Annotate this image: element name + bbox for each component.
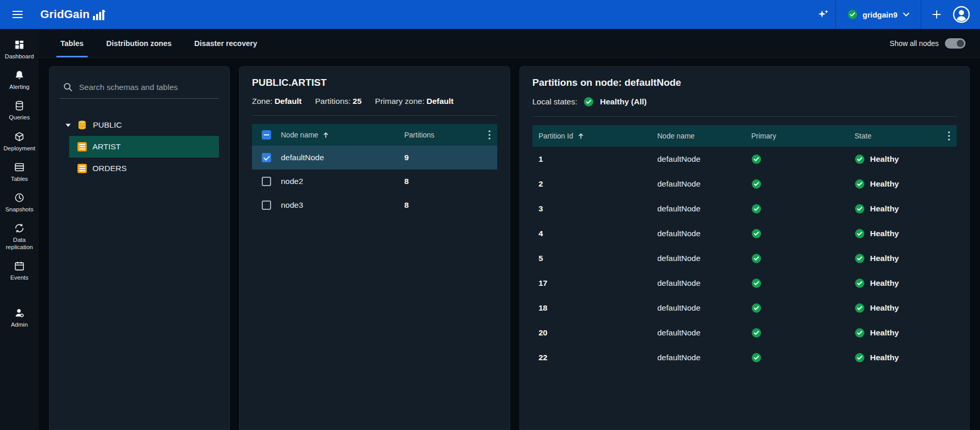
tab-label: Distribution zones [106, 39, 171, 48]
sidebar-item-queries[interactable]: Queries [0, 95, 39, 126]
schema-tree: PUBLIC ARTIST [60, 114, 219, 179]
node-name-cell: node3 [281, 201, 404, 210]
state-label: Healthy [870, 179, 899, 189]
search-input[interactable] [79, 83, 216, 92]
meta-primary-zone: Primary zone:Default [375, 97, 453, 106]
table-name: ARTIST [92, 142, 121, 151]
database-icon [14, 100, 25, 111]
state-label: Healthy [870, 279, 899, 288]
ai-assistant-button[interactable] [814, 5, 832, 24]
tab-disaster-recovery[interactable]: Disaster recovery [183, 29, 268, 57]
column-header-partition-id[interactable]: Partition Id [539, 132, 657, 140]
state-healthy-icon [855, 179, 865, 189]
kebab-menu-icon [488, 130, 491, 140]
partition-row[interactable]: 20 defaultNode [532, 320, 957, 345]
local-states-label: Local states: [532, 97, 577, 106]
tab-distribution-zones[interactable]: Distribution zones [95, 29, 183, 57]
gridgain-logo: GridGain [40, 9, 106, 20]
select-all-checkbox[interactable] [262, 130, 271, 140]
partition-id-cell: 5 [539, 254, 657, 263]
column-header-partitions[interactable]: Partitions [404, 131, 482, 139]
node-row[interactable]: defaultNode 9 [252, 146, 497, 170]
partition-id-cell: 1 [539, 155, 657, 164]
show-all-nodes-label: Show all nodes [890, 39, 939, 48]
column-header-state[interactable]: State [855, 132, 941, 140]
sidebar-item-label: Data replication [1, 237, 38, 250]
panel-title: PUBLIC.ARTIST [252, 77, 497, 88]
nodes-table-menu-button[interactable] [488, 130, 491, 140]
partition-row[interactable]: 4 defaultNode [532, 221, 957, 246]
primary-check-icon [751, 228, 762, 239]
partition-row[interactable]: 22 defaultNode [532, 345, 957, 370]
partition-id-cell: 2 [539, 179, 657, 189]
column-header-node-name[interactable]: Node name [657, 132, 751, 140]
node-row[interactable]: node3 8 [252, 193, 497, 217]
table-name: ORDERS [92, 164, 127, 173]
sidebar-item-alerting[interactable]: Alerting [0, 65, 39, 95]
sidebar-item-data-replication[interactable]: Data replication [0, 218, 39, 255]
primary-check-icon [751, 328, 762, 338]
partitions-cell: 9 [404, 153, 482, 162]
partition-id-cell: 4 [539, 229, 657, 238]
column-header-primary[interactable]: Primary [751, 132, 855, 140]
node-row[interactable]: node2 8 [252, 170, 497, 193]
node-name-cell: defaultNode [657, 204, 751, 213]
account-button[interactable] [949, 2, 974, 27]
sidebar-item-admin[interactable]: Admin [0, 302, 39, 333]
tab-label: Tables [60, 39, 84, 48]
sidebar-item-dashboard[interactable]: Dashboard [0, 34, 39, 65]
add-cluster-button[interactable] [924, 6, 949, 23]
row-checkbox[interactable] [262, 177, 271, 186]
hamburger-icon [12, 11, 23, 18]
sidebar-item-label: Deployment [4, 145, 35, 152]
schema-browser-panel: PUBLIC ARTIST [49, 66, 230, 430]
avatar-icon [952, 5, 971, 24]
sidebar-item-label: Admin [11, 321, 28, 328]
sidebar-item-events[interactable]: Events [0, 255, 39, 286]
search-box[interactable] [60, 79, 219, 99]
cluster-selector[interactable]: gridgain9 [839, 0, 918, 29]
topbar: GridGain gridgain9 [0, 0, 980, 29]
primary-cell [751, 303, 855, 313]
table-detail-panel: PUBLIC.ARTIST Zone:Default Partitions:25… [239, 66, 510, 430]
caret-down-icon [65, 123, 71, 128]
tree-item-table-artist[interactable]: ARTIST [69, 136, 219, 158]
sidebar-item-deployment[interactable]: Deployment [0, 126, 39, 157]
state-healthy-icon [855, 278, 865, 288]
partition-row[interactable]: 5 defaultNode [532, 246, 957, 271]
row-checkbox[interactable] [262, 201, 271, 210]
tree-item-table-orders[interactable]: ORDERS [69, 158, 219, 179]
tab-tables[interactable]: Tables [49, 29, 95, 57]
panel-title: Partitions on node: defaultNode [532, 77, 957, 88]
show-all-nodes-toggle[interactable] [945, 38, 966, 49]
state-label: Healthy [870, 229, 899, 238]
partition-row[interactable]: 1 defaultNode [532, 147, 957, 172]
partitions-table-header: Partition Id Node name Primary State [532, 125, 957, 147]
table-icon [77, 142, 87, 151]
hamburger-menu-button[interactable] [9, 8, 26, 21]
primary-check-icon [751, 179, 762, 189]
row-checkbox[interactable] [262, 153, 271, 162]
node-name-cell: defaultNode [657, 279, 751, 288]
primary-check-icon [751, 352, 762, 363]
state-cell: Healthy [855, 204, 941, 214]
partition-row[interactable]: 17 defaultNode [532, 271, 957, 296]
package-icon [14, 131, 25, 142]
sidebar-item-snapshots[interactable]: Snapshots [0, 187, 39, 218]
partition-row[interactable]: 2 defaultNode [532, 172, 957, 196]
state-label: Healthy [870, 328, 899, 337]
sidebar-item-tables[interactable]: Tables [0, 157, 39, 187]
column-header-node-name[interactable]: Node name [281, 131, 404, 139]
schema-database-icon [77, 120, 87, 130]
partition-row[interactable]: 3 defaultNode [532, 196, 957, 221]
tab-label: Disaster recovery [194, 39, 257, 48]
partitions-cell: 8 [404, 177, 482, 186]
tabs: Tables Distribution zones Disaster recov… [49, 29, 268, 57]
replication-icon [14, 223, 25, 234]
partitions-table-menu-button[interactable] [948, 131, 950, 141]
partition-row[interactable]: 18 defaultNode [532, 296, 957, 320]
state-cell: Healthy [855, 179, 941, 189]
admin-icon [14, 308, 25, 318]
sidebar-item-label: Dashboard [5, 53, 34, 60]
tree-item-schema-public[interactable]: PUBLIC [60, 114, 219, 136]
